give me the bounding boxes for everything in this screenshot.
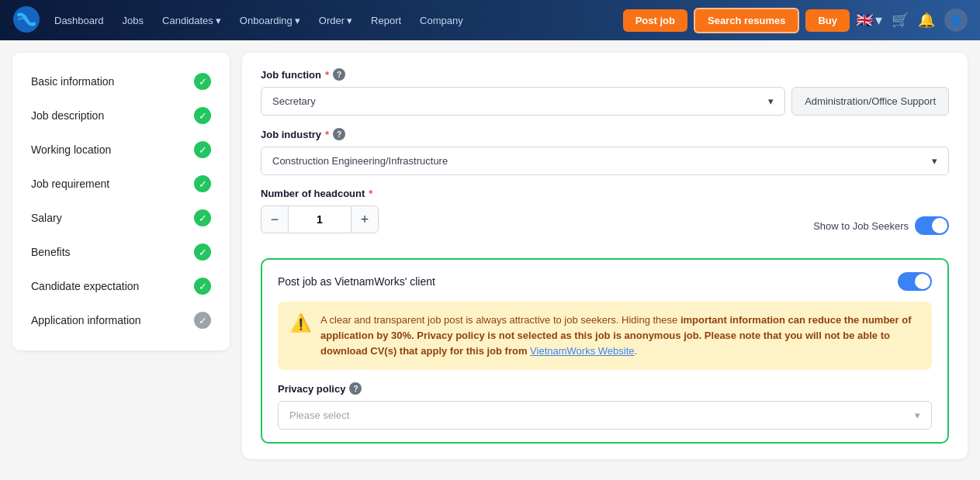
chevron-down-icon: ▾ xyxy=(295,15,300,26)
sidebar-item-working-location[interactable]: Working location ✓ xyxy=(25,133,217,166)
chevron-down-icon: ▾ xyxy=(915,409,920,421)
chevron-down-icon: ▾ xyxy=(875,12,882,29)
vnw-link[interactable]: VietnamWorks Website xyxy=(530,345,634,357)
show-to-seekers: Show to Job Seekers xyxy=(813,216,949,235)
show-to-seekers-toggle[interactable] xyxy=(915,216,949,235)
logo xyxy=(12,5,40,36)
headcount-decrement[interactable]: − xyxy=(261,205,289,233)
headcount-stepper: − + xyxy=(261,205,379,233)
privacy-select[interactable]: Please select ▾ xyxy=(278,401,932,430)
check-icon-requirement: ✓ xyxy=(194,175,211,192)
user-avatar[interactable]: 👤 xyxy=(944,9,968,32)
nav-jobs[interactable]: Jobs xyxy=(115,10,151,31)
warning-icon: ⚠️ xyxy=(290,313,311,333)
sidebar-item-salary[interactable]: Salary ✓ xyxy=(25,202,217,234)
vnw-client-header: Post job as VietnamWorks' client xyxy=(278,272,932,291)
page-content: Basic information ✓ Job description ✓ Wo… xyxy=(0,40,980,480)
check-icon-basic: ✓ xyxy=(194,73,211,90)
nav-order[interactable]: Order ▾ xyxy=(311,10,360,31)
privacy-label: Privacy policy ? xyxy=(278,382,932,395)
toggle-knob xyxy=(932,218,947,233)
sidebar-item-candidate-expectation[interactable]: Candidate expectation ✓ xyxy=(25,270,217,302)
navbar: Dashboard Jobs Candidates ▾ Onboarding ▾… xyxy=(0,0,980,40)
vnw-client-toggle[interactable] xyxy=(898,272,932,291)
headcount-increment[interactable]: + xyxy=(351,205,379,233)
sidebar: Basic information ✓ Job description ✓ Wo… xyxy=(12,53,230,351)
nav-icons: 🇬🇧 ▾ 🛒 🔔 👤 xyxy=(856,9,968,32)
headcount-label: Number of headcount * xyxy=(261,188,949,199)
bell-icon[interactable]: 🔔 xyxy=(918,12,935,29)
nav-company[interactable]: Company xyxy=(412,10,471,31)
check-icon-benefits: ✓ xyxy=(194,243,211,261)
sidebar-item-job-requirement[interactable]: Job requirement ✓ xyxy=(25,167,217,200)
chevron-down-icon: ▾ xyxy=(932,155,937,167)
nav-actions: Post job Search resumes Buy 🇬🇧 ▾ 🛒 🔔 👤 xyxy=(623,8,968,33)
warning-text: A clear and transparent job post is alwa… xyxy=(320,313,919,359)
warning-box: ⚠️ A clear and transparent job post is a… xyxy=(278,302,932,370)
buy-button[interactable]: Buy xyxy=(805,9,850,32)
main-panel: Job function * ? Secretary ▾ Administrat… xyxy=(242,53,968,471)
chevron-down-icon: ▾ xyxy=(768,95,774,107)
avatar-icon: 👤 xyxy=(950,15,962,26)
flag-icon: 🇬🇧 xyxy=(856,12,873,29)
basic-info-section: Job function * ? Secretary ▾ Administrat… xyxy=(242,53,968,459)
vnw-client-label: Post job as VietnamWorks' client xyxy=(278,275,435,288)
required-star: * xyxy=(325,69,329,81)
job-function-row: Secretary ▾ Administration/Office Suppor… xyxy=(261,87,949,116)
nav-candidates[interactable]: Candidates ▾ xyxy=(154,10,229,31)
required-star-industry: * xyxy=(325,129,329,140)
nav-dashboard[interactable]: Dashboard xyxy=(47,10,112,31)
job-industry-label: Job industry * ? xyxy=(261,128,949,140)
headcount-input[interactable] xyxy=(289,205,351,233)
language-selector[interactable]: 🇬🇧 ▾ xyxy=(856,12,882,29)
check-icon-salary: ✓ xyxy=(194,209,211,226)
check-icon-description: ✓ xyxy=(194,107,211,124)
search-resumes-button[interactable]: Search resumes xyxy=(694,8,799,33)
check-icon-application: ✓ xyxy=(194,312,211,329)
sidebar-item-application-information[interactable]: Application information ✓ xyxy=(25,304,217,337)
job-function-label: Job function * ? xyxy=(261,68,949,81)
check-icon-location: ✓ xyxy=(194,141,211,158)
info-icon-job-function[interactable]: ? xyxy=(333,68,345,81)
post-job-button[interactable]: Post job xyxy=(623,9,687,32)
nav-links: Dashboard Jobs Candidates ▾ Onboarding ▾… xyxy=(47,10,617,31)
job-function-tag: Administration/Office Support xyxy=(791,87,949,116)
check-icon-expectation: ✓ xyxy=(194,278,211,295)
sidebar-item-benefits[interactable]: Benefits ✓ xyxy=(25,236,217,268)
vnw-toggle-knob xyxy=(915,274,930,289)
chevron-down-icon: ▾ xyxy=(347,15,352,26)
info-icon-privacy[interactable]: ? xyxy=(349,382,362,395)
job-industry-select[interactable]: Construction Engineering/Infrastructure … xyxy=(261,147,949,175)
chevron-down-icon: ▾ xyxy=(216,15,221,26)
sidebar-item-basic-information[interactable]: Basic information ✓ xyxy=(25,65,217,98)
info-icon-industry[interactable]: ? xyxy=(333,128,345,140)
cart-icon[interactable]: 🛒 xyxy=(892,12,909,29)
nav-onboarding[interactable]: Onboarding ▾ xyxy=(232,10,308,31)
sidebar-item-job-description[interactable]: Job description ✓ xyxy=(25,99,217,132)
vnw-client-box: Post job as VietnamWorks' client ⚠️ A cl… xyxy=(261,258,949,444)
job-function-select[interactable]: Secretary ▾ xyxy=(261,87,785,116)
required-star-headcount: * xyxy=(369,188,372,199)
nav-report[interactable]: Report xyxy=(363,10,409,31)
